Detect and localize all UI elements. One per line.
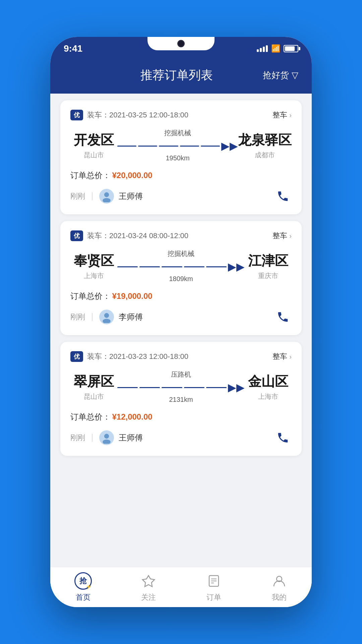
bottom-nav: 抢 ⚡ 首页 关注 订单 bbox=[50, 567, 312, 607]
chevron-right-1: › bbox=[289, 111, 292, 119]
phone-button-1[interactable] bbox=[274, 187, 292, 205]
load-time-2: 装车：2021-03-24 08:00-12:00 bbox=[87, 231, 188, 241]
distance-3: 2131km bbox=[169, 396, 193, 404]
svg-point-3 bbox=[103, 319, 110, 323]
svg-marker-6 bbox=[142, 576, 155, 587]
grab-goods-button[interactable]: 抢好货 ▽ bbox=[263, 69, 298, 81]
phone-button-2[interactable] bbox=[274, 308, 292, 326]
cargo-type-3: 整车 › bbox=[273, 352, 292, 362]
filter-icon: ▽ bbox=[292, 70, 298, 80]
driver-avatar-2 bbox=[99, 310, 114, 324]
order-card-2[interactable]: 优 装车：2021-03-24 08:00-12:00 整车 › 奉贤区 上海市… bbox=[60, 221, 302, 335]
price-value-1: ¥20,000.00 bbox=[112, 171, 152, 180]
app-header: 推荐订单列表 抢好货 ▽ bbox=[50, 60, 312, 94]
arrow-1: ▶▶ bbox=[221, 140, 238, 152]
svg-point-4 bbox=[104, 434, 109, 438]
load-time-1: 装车：2021-03-25 12:00-18:00 bbox=[87, 110, 188, 120]
nav-label-orders: 订单 bbox=[206, 592, 221, 602]
cargo-type-1: 整车 › bbox=[273, 110, 292, 120]
goods-type-2: 挖掘机械 bbox=[168, 249, 194, 258]
time-ago-1: 刚刚 bbox=[70, 191, 85, 201]
svg-point-2 bbox=[104, 313, 109, 318]
price-label-1: 订单总价： bbox=[70, 171, 111, 180]
notch bbox=[147, 37, 215, 50]
arrow-2: ▶▶ bbox=[228, 260, 245, 273]
order-card-1[interactable]: 优 装车：2021-03-25 12:00-18:00 整车 › 开发区 昆山市… bbox=[60, 100, 302, 214]
to-city-3: 金山区 上海市 bbox=[245, 372, 292, 401]
from-city-1: 开发区 昆山市 bbox=[70, 131, 117, 160]
nav-label-mine: 我的 bbox=[272, 592, 287, 602]
price-value-2: ¥19,000.00 bbox=[112, 291, 152, 301]
driver-avatar-3 bbox=[99, 430, 114, 445]
chevron-right-3: › bbox=[289, 353, 292, 361]
goods-type-3: 压路机 bbox=[171, 370, 191, 379]
chevron-right-2: › bbox=[289, 232, 292, 240]
distance-1: 1950km bbox=[166, 154, 189, 162]
camera bbox=[177, 40, 185, 47]
content-area: 优 装车：2021-03-25 12:00-18:00 整车 › 开发区 昆山市… bbox=[50, 94, 312, 567]
nav-item-follow[interactable]: 关注 bbox=[116, 572, 181, 602]
nav-label-follow: 关注 bbox=[141, 592, 156, 602]
from-city-3: 翠屏区 昆山市 bbox=[70, 372, 117, 401]
signal-icon bbox=[257, 45, 268, 52]
status-time: 9:41 bbox=[64, 43, 82, 54]
driver-name-1: 王师傅 bbox=[119, 191, 143, 202]
page-title: 推荐订单列表 bbox=[90, 67, 263, 84]
cards-container: 优 装车：2021-03-25 12:00-18:00 整车 › 开发区 昆山市… bbox=[50, 94, 312, 567]
nav-item-mine[interactable]: 我的 bbox=[246, 572, 312, 602]
price-label-2: 订单总价： bbox=[70, 291, 111, 301]
goods-type-1: 挖掘机械 bbox=[164, 128, 191, 138]
battery-icon bbox=[284, 45, 298, 52]
time-ago-3: 刚刚 bbox=[70, 433, 85, 443]
cargo-type-2: 整车 › bbox=[273, 231, 292, 241]
order-card-3[interactable]: 优 装车：2021-03-23 12:00-18:00 整车 › 翠屏区 昆山市… bbox=[60, 342, 302, 456]
arrow-3: ▶▶ bbox=[228, 381, 245, 394]
badge-you-1: 优 bbox=[70, 110, 83, 120]
status-icons: 📶 bbox=[257, 44, 298, 53]
load-time-3: 装车：2021-03-23 12:00-18:00 bbox=[87, 352, 188, 362]
svg-point-5 bbox=[103, 439, 110, 444]
wifi-icon: 📶 bbox=[271, 44, 280, 53]
svg-point-1 bbox=[103, 198, 110, 202]
driver-name-2: 李师傅 bbox=[119, 312, 143, 322]
driver-name-3: 王师傅 bbox=[119, 432, 143, 443]
nav-label-home: 首页 bbox=[76, 592, 90, 602]
svg-point-0 bbox=[104, 192, 109, 197]
badge-you-2: 优 bbox=[70, 230, 83, 241]
to-city-1: 龙泉驿区 成都市 bbox=[238, 131, 292, 160]
from-city-2: 奉贤区 上海市 bbox=[70, 252, 117, 280]
distance-2: 1809km bbox=[169, 275, 193, 283]
nav-item-home[interactable]: 抢 ⚡ 首页 bbox=[50, 572, 116, 602]
time-ago-2: 刚刚 bbox=[70, 312, 85, 322]
price-value-3: ¥12,000.00 bbox=[112, 412, 152, 421]
to-city-2: 江津区 重庆市 bbox=[245, 252, 292, 280]
phone-button-3[interactable] bbox=[274, 429, 292, 446]
phone-frame: 9:41 📶 推荐订单列表 抢好货 ▽ bbox=[50, 37, 312, 607]
driver-avatar-1 bbox=[99, 189, 114, 204]
price-label-3: 订单总价： bbox=[70, 412, 111, 421]
badge-you-3: 优 bbox=[70, 351, 83, 362]
nav-item-orders[interactable]: 订单 bbox=[181, 572, 246, 602]
